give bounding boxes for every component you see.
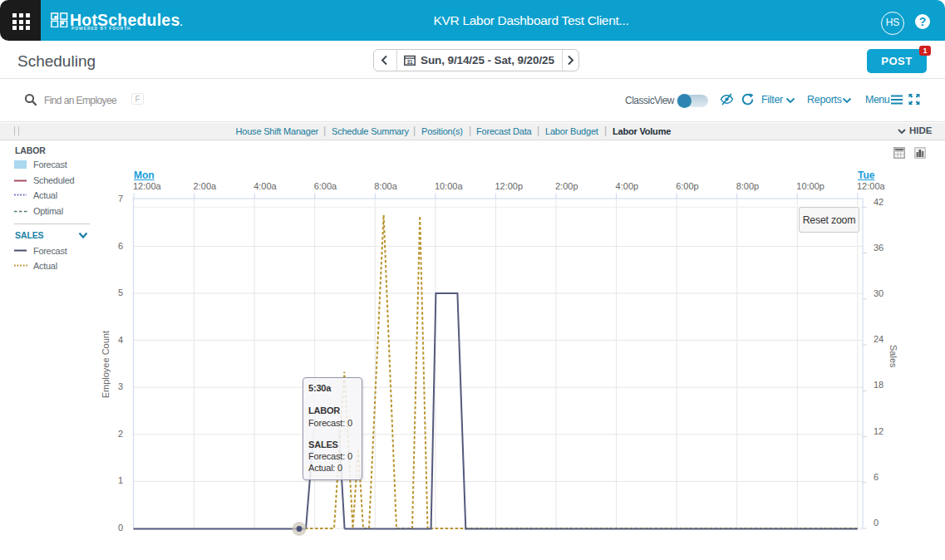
svg-text:31: 31 xyxy=(406,59,413,65)
